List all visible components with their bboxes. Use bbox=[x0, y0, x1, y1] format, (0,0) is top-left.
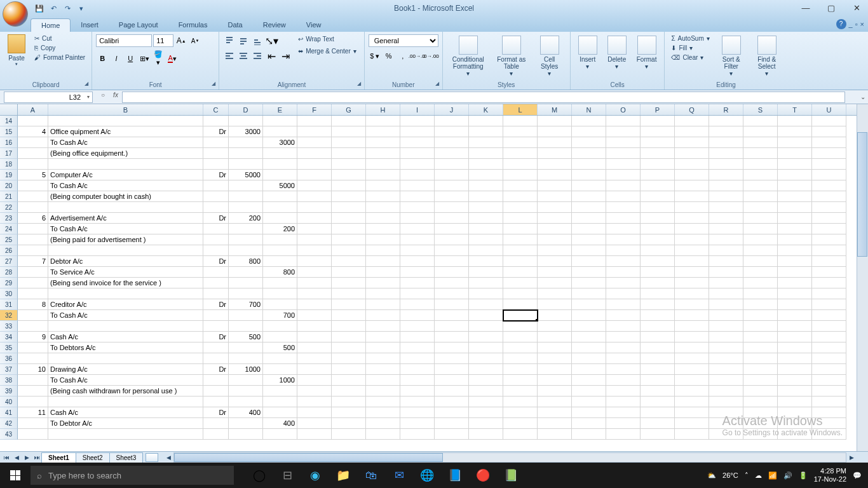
cell-T26[interactable] bbox=[778, 245, 812, 256]
cell-L33[interactable] bbox=[503, 321, 538, 332]
cell-U18[interactable] bbox=[812, 159, 846, 170]
cell-R20[interactable] bbox=[709, 180, 743, 191]
cell-J34[interactable] bbox=[435, 332, 469, 342]
cell-E33[interactable] bbox=[263, 321, 297, 332]
cell-S36[interactable] bbox=[743, 353, 778, 364]
cell-A14[interactable] bbox=[18, 116, 48, 126]
cell-T21[interactable] bbox=[778, 191, 812, 202]
cell-A19[interactable]: 5 bbox=[18, 170, 48, 180]
cell-I34[interactable] bbox=[400, 332, 435, 342]
cell-A39[interactable] bbox=[18, 386, 48, 396]
cell-E36[interactable] bbox=[263, 353, 297, 364]
find-select-button[interactable]: Find & Select▾ bbox=[750, 34, 783, 80]
cell-O37[interactable] bbox=[606, 364, 641, 375]
cell-E20[interactable]: 5000 bbox=[263, 180, 297, 191]
cell-R37[interactable] bbox=[709, 364, 743, 375]
cell-U43[interactable] bbox=[812, 429, 846, 440]
cell-T19[interactable] bbox=[778, 170, 812, 180]
cell-H37[interactable] bbox=[366, 364, 400, 375]
cell-I30[interactable] bbox=[400, 288, 435, 299]
cell-G20[interactable] bbox=[332, 180, 366, 191]
cell-F17[interactable] bbox=[297, 148, 332, 159]
chrome-icon[interactable]: 🌐 bbox=[414, 463, 440, 488]
cell-B36[interactable] bbox=[48, 353, 203, 364]
cell-M34[interactable] bbox=[538, 332, 572, 342]
cell-B23[interactable]: Advertisement A/c bbox=[48, 213, 203, 224]
border-button[interactable]: ⊞▾ bbox=[138, 52, 151, 65]
cell-N31[interactable] bbox=[572, 299, 606, 310]
cell-I35[interactable] bbox=[400, 342, 435, 353]
cell-C19[interactable]: Dr bbox=[203, 170, 229, 180]
cell-Q35[interactable] bbox=[675, 342, 709, 353]
row-header-19[interactable]: 19 bbox=[0, 170, 18, 180]
cell-M26[interactable] bbox=[538, 245, 572, 256]
cell-D41[interactable]: 400 bbox=[229, 407, 263, 418]
cell-S42[interactable] bbox=[743, 418, 778, 429]
cell-P43[interactable] bbox=[641, 429, 675, 440]
cell-F29[interactable] bbox=[297, 278, 332, 288]
cell-K40[interactable] bbox=[469, 396, 503, 407]
cell-D23[interactable]: 200 bbox=[229, 213, 263, 224]
increase-decimal-icon[interactable]: .00→.0 bbox=[410, 50, 423, 62]
cell-U15[interactable] bbox=[812, 126, 846, 137]
font-launcher-icon[interactable]: ◢ bbox=[210, 81, 217, 88]
cell-L15[interactable] bbox=[503, 126, 538, 137]
cell-U35[interactable] bbox=[812, 342, 846, 353]
cell-I32[interactable] bbox=[400, 310, 435, 321]
cell-O40[interactable] bbox=[606, 396, 641, 407]
cell-S31[interactable] bbox=[743, 299, 778, 310]
cell-G36[interactable] bbox=[332, 353, 366, 364]
cell-T33[interactable] bbox=[778, 321, 812, 332]
cell-P20[interactable] bbox=[641, 180, 675, 191]
cell-R38[interactable] bbox=[709, 375, 743, 386]
edge-icon[interactable]: ◉ bbox=[302, 463, 328, 488]
cell-J14[interactable] bbox=[435, 116, 469, 126]
tab-page-layout[interactable]: Page Layout bbox=[109, 18, 168, 32]
cell-C23[interactable]: Dr bbox=[203, 213, 229, 224]
tab-data[interactable]: Data bbox=[217, 18, 252, 32]
fx-icon[interactable]: fx bbox=[109, 92, 122, 103]
cell-J20[interactable] bbox=[435, 180, 469, 191]
copy-button[interactable]: ⎘Copy bbox=[32, 44, 88, 52]
undo-icon[interactable]: ↶ bbox=[47, 3, 60, 14]
volume-icon[interactable]: 🔊 bbox=[783, 471, 792, 480]
cell-D19[interactable]: 5000 bbox=[229, 170, 263, 180]
cell-G40[interactable] bbox=[332, 396, 366, 407]
cell-L34[interactable] bbox=[503, 332, 538, 342]
cell-M28[interactable] bbox=[538, 267, 572, 278]
cell-L16[interactable] bbox=[503, 137, 538, 148]
cell-N37[interactable] bbox=[572, 364, 606, 375]
cell-L19[interactable] bbox=[503, 170, 538, 180]
cell-U42[interactable] bbox=[812, 418, 846, 429]
cell-A43[interactable] bbox=[18, 429, 48, 440]
cell-M18[interactable] bbox=[538, 159, 572, 170]
cell-U36[interactable] bbox=[812, 353, 846, 364]
cell-U32[interactable] bbox=[812, 310, 846, 321]
cell-O26[interactable] bbox=[606, 245, 641, 256]
cell-M33[interactable] bbox=[538, 321, 572, 332]
cell-M17[interactable] bbox=[538, 148, 572, 159]
comma-icon[interactable]: , bbox=[397, 50, 409, 62]
cell-C29[interactable] bbox=[203, 278, 229, 288]
cell-Q16[interactable] bbox=[675, 137, 709, 148]
cell-P29[interactable] bbox=[641, 278, 675, 288]
cell-K34[interactable] bbox=[469, 332, 503, 342]
cell-Q33[interactable] bbox=[675, 321, 709, 332]
cell-R15[interactable] bbox=[709, 126, 743, 137]
cell-S24[interactable] bbox=[743, 224, 778, 234]
cell-A18[interactable] bbox=[18, 159, 48, 170]
cell-M37[interactable] bbox=[538, 364, 572, 375]
autosum-button[interactable]: ΣAutoSum ▾ bbox=[668, 34, 712, 43]
cell-S38[interactable] bbox=[743, 375, 778, 386]
cell-J17[interactable] bbox=[435, 148, 469, 159]
cell-U40[interactable] bbox=[812, 396, 846, 407]
decrease-indent-icon[interactable]: ⇤ bbox=[265, 50, 278, 62]
cell-S17[interactable] bbox=[743, 148, 778, 159]
cell-A15[interactable]: 4 bbox=[18, 126, 48, 137]
cell-T38[interactable] bbox=[778, 375, 812, 386]
cell-B40[interactable] bbox=[48, 396, 203, 407]
cell-R43[interactable] bbox=[709, 429, 743, 440]
cell-E35[interactable]: 500 bbox=[263, 342, 297, 353]
cell-E39[interactable] bbox=[263, 386, 297, 396]
cell-E29[interactable] bbox=[263, 278, 297, 288]
